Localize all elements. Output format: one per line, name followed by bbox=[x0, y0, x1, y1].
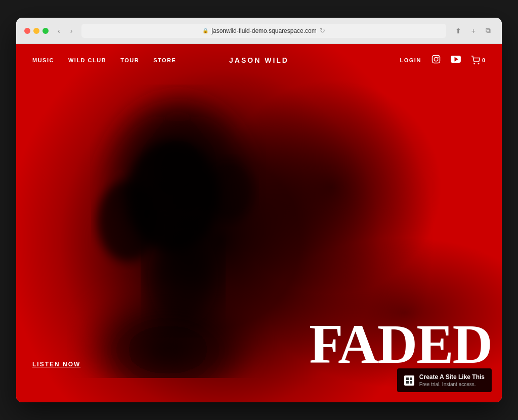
squarespace-cta-subtitle: Free trial. Instant access. bbox=[419, 382, 485, 387]
squarespace-text: Create A Site Like This Free trial. Inst… bbox=[419, 373, 485, 387]
tabs-button[interactable]: ⧉ bbox=[483, 24, 494, 37]
nav-item-store[interactable]: STORE bbox=[153, 57, 176, 63]
svg-point-11 bbox=[474, 63, 475, 64]
svg-rect-15 bbox=[406, 381, 409, 384]
cart-count: 0 bbox=[482, 57, 486, 63]
instagram-icon[interactable] bbox=[431, 55, 441, 66]
traffic-lights bbox=[24, 28, 49, 34]
youtube-icon[interactable] bbox=[451, 56, 461, 65]
website-content: MUSIC WILD CLUB TOUR STORE JASON WILD LO… bbox=[16, 44, 502, 402]
nav-left: MUSIC WILD CLUB TOUR STORE bbox=[32, 57, 400, 63]
maximize-button[interactable] bbox=[42, 28, 49, 34]
back-icon: ‹ bbox=[58, 27, 60, 35]
squarespace-logo bbox=[404, 375, 414, 386]
nav-right: LOGIN bbox=[400, 55, 486, 66]
svg-rect-6 bbox=[432, 56, 440, 63]
reload-icon[interactable]: ↻ bbox=[320, 27, 325, 34]
browser-window: ‹ › 🔒 jasonwild-fluid-demo.squarespace.c… bbox=[16, 18, 502, 402]
nav-item-music[interactable]: MUSIC bbox=[32, 57, 54, 63]
svg-point-12 bbox=[478, 63, 479, 64]
nav-item-tour[interactable]: TOUR bbox=[120, 57, 139, 63]
nav-center: JASON WILD bbox=[229, 56, 289, 65]
svg-rect-16 bbox=[410, 381, 412, 384]
browser-chrome: ‹ › 🔒 jasonwild-fluid-demo.squarespace.c… bbox=[16, 18, 502, 44]
svg-point-8 bbox=[438, 57, 439, 58]
address-bar[interactable]: 🔒 jasonwild-fluid-demo.squarespace.com ↻ bbox=[81, 24, 446, 38]
hero-title: FADED bbox=[309, 316, 492, 372]
share-button[interactable]: ⬆ bbox=[452, 25, 464, 37]
minimize-button[interactable] bbox=[33, 28, 39, 34]
browser-nav-controls: ‹ › bbox=[55, 25, 75, 37]
listen-now-link[interactable]: LISTEN NOW bbox=[32, 361, 80, 368]
close-button[interactable] bbox=[24, 28, 30, 34]
cart-button[interactable]: 0 bbox=[471, 56, 486, 65]
squarespace-badge[interactable]: Create A Site Like This Free trial. Inst… bbox=[397, 368, 492, 392]
lock-icon: 🔒 bbox=[202, 28, 208, 33]
svg-rect-13 bbox=[406, 377, 409, 380]
nav-item-wild-club[interactable]: WILD CLUB bbox=[68, 57, 106, 63]
site-title: JASON WILD bbox=[229, 56, 289, 64]
forward-icon: › bbox=[70, 27, 73, 35]
new-tab-button[interactable]: + bbox=[468, 25, 479, 37]
squarespace-cta-title: Create A Site Like This bbox=[419, 373, 485, 381]
svg-rect-14 bbox=[410, 377, 412, 380]
forward-button[interactable]: › bbox=[67, 25, 76, 37]
site-navigation: MUSIC WILD CLUB TOUR STORE JASON WILD LO… bbox=[16, 44, 502, 76]
browser-actions: ⬆ + ⧉ bbox=[452, 24, 494, 37]
back-button[interactable]: ‹ bbox=[55, 25, 63, 37]
svg-point-7 bbox=[434, 57, 438, 61]
url-text: jasonwild-fluid-demo.squarespace.com bbox=[211, 27, 316, 34]
nav-login[interactable]: LOGIN bbox=[400, 57, 421, 63]
